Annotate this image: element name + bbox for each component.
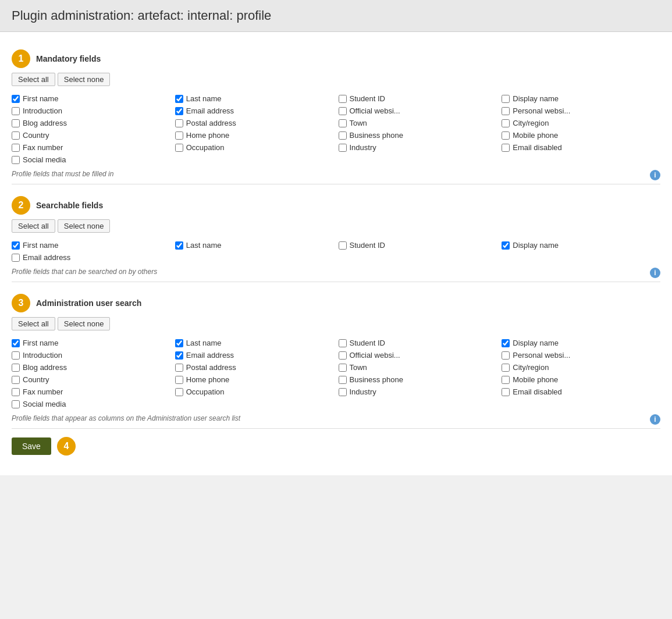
list-item: Fax number	[12, 143, 170, 152]
section1-field-13-label: Home phone	[186, 131, 229, 140]
section3-field-3-checkbox[interactable]	[502, 339, 510, 347]
section3-field-15-checkbox[interactable]	[502, 376, 510, 384]
section-mandatory: 1 Mandatory fields Select all Select non…	[12, 44, 660, 178]
list-item: Country	[12, 131, 170, 140]
section1-field-9-checkbox[interactable]	[175, 119, 183, 127]
section3-note: Profile fields that appear as columns on…	[12, 414, 660, 422]
section1-field-0-checkbox[interactable]	[12, 95, 20, 103]
section2-select-all[interactable]: Select all	[12, 219, 55, 233]
section1-field-17-checkbox[interactable]	[175, 144, 183, 152]
section1-field-19-checkbox[interactable]	[502, 144, 510, 152]
section1-field-3-label: Display name	[513, 94, 559, 103]
section1-field-20-checkbox[interactable]	[12, 156, 20, 164]
section1-field-7-checkbox[interactable]	[502, 107, 510, 115]
list-item: Last name	[175, 241, 334, 250]
section3-field-9-checkbox[interactable]	[175, 364, 183, 372]
section3-info-icon[interactable]: i	[650, 414, 660, 425]
list-item: Display name	[502, 339, 660, 347]
list-item: Official websi...	[339, 351, 497, 360]
section2-select-none[interactable]: Select none	[58, 219, 111, 233]
section1-field-13-checkbox[interactable]	[175, 131, 183, 140]
section3-field-20-checkbox[interactable]	[12, 400, 20, 408]
section3-field-19-checkbox[interactable]	[502, 388, 510, 396]
section1-field-15-label: Mobile phone	[513, 131, 558, 140]
section2-info-icon[interactable]: i	[650, 268, 660, 278]
section1-field-6-checkbox[interactable]	[339, 107, 347, 115]
section3-field-0-checkbox[interactable]	[12, 339, 20, 347]
section1-field-15-checkbox[interactable]	[502, 131, 510, 140]
section1-field-10-checkbox[interactable]	[339, 119, 347, 127]
section3-field-19-label: Email disabled	[513, 387, 562, 396]
section2-field-3-checkbox[interactable]	[502, 241, 510, 250]
section1-field-1-checkbox[interactable]	[175, 95, 183, 103]
section2-field-2-checkbox[interactable]	[339, 241, 347, 250]
list-item: Mobile phone	[502, 131, 660, 140]
section2-field-1-checkbox[interactable]	[175, 241, 183, 250]
section3-field-4-checkbox[interactable]	[12, 351, 20, 360]
section1-field-14-checkbox[interactable]	[339, 131, 347, 140]
section1-field-6-label: Official websi...	[350, 106, 400, 115]
list-item: Email disabled	[502, 387, 660, 396]
section3-field-8-checkbox[interactable]	[12, 364, 20, 372]
section1-field-8-checkbox[interactable]	[12, 119, 20, 127]
section3-field-11-checkbox[interactable]	[502, 364, 510, 372]
section3-select-none[interactable]: Select none	[58, 317, 111, 330]
section3-field-16-checkbox[interactable]	[12, 388, 20, 396]
section1-field-12-checkbox[interactable]	[12, 131, 20, 140]
page-header: Plugin administration: artefact: interna…	[0, 0, 672, 32]
section2-field-4-checkbox[interactable]	[12, 254, 20, 262]
section3-field-7-checkbox[interactable]	[502, 351, 510, 360]
section1-select-none[interactable]: Select none	[58, 73, 111, 86]
section3-field-12-checkbox[interactable]	[12, 376, 20, 384]
divider2	[12, 282, 660, 282]
section3-field-12-label: Country	[23, 375, 49, 384]
section3-field-3-label: Display name	[513, 339, 559, 347]
list-item: Email address	[12, 253, 170, 262]
divider1	[12, 184, 660, 184]
section3-field-13-checkbox[interactable]	[175, 376, 183, 384]
list-item: Display name	[502, 94, 660, 103]
section1-info-icon[interactable]: i	[650, 170, 660, 180]
list-item: Town	[339, 363, 497, 372]
section3-select-all[interactable]: Select all	[12, 317, 55, 330]
list-item: Fax number	[12, 387, 170, 396]
section1-field-14-label: Business phone	[350, 131, 404, 140]
section2-field-0-checkbox[interactable]	[12, 241, 20, 250]
section1-header: 1 Mandatory fields	[12, 44, 660, 68]
section1-select-all[interactable]: Select all	[12, 73, 55, 86]
section2-field-2-label: Student ID	[350, 241, 385, 250]
save-button[interactable]: Save	[12, 437, 51, 455]
section2-note: Profile fields that can be searched on b…	[12, 268, 660, 276]
list-item: Business phone	[339, 375, 497, 384]
section1-field-18-checkbox[interactable]	[339, 144, 347, 152]
section1-field-4-checkbox[interactable]	[12, 107, 20, 115]
section3-field-17-checkbox[interactable]	[175, 388, 183, 396]
list-item: Business phone	[339, 131, 497, 140]
section2-field-0-label: First name	[23, 241, 58, 250]
section1-badge: 1	[12, 49, 30, 68]
section3-field-7-label: Personal websi...	[513, 351, 570, 360]
section3-field-5-checkbox[interactable]	[175, 351, 183, 360]
section2-fields: First nameLast nameStudent IDDisplay nam…	[12, 241, 660, 262]
page-title: Plugin administration: artefact: interna…	[12, 8, 660, 23]
list-item: First name	[12, 94, 170, 103]
section3-field-2-checkbox[interactable]	[339, 339, 347, 347]
section3-field-10-checkbox[interactable]	[339, 364, 347, 372]
section3-field-9-label: Postal address	[186, 363, 236, 372]
section1-field-5-checkbox[interactable]	[175, 107, 183, 115]
section1-field-3-checkbox[interactable]	[502, 95, 510, 103]
section1-field-2-checkbox[interactable]	[339, 95, 347, 103]
section3-field-18-checkbox[interactable]	[339, 388, 347, 396]
section2-badge: 2	[12, 196, 30, 215]
section3-field-6-checkbox[interactable]	[339, 351, 347, 360]
list-item: Blog address	[12, 363, 170, 372]
list-item: Personal websi...	[502, 106, 660, 115]
page-wrapper: Plugin administration: artefact: interna…	[0, 0, 672, 475]
section1-field-16-checkbox[interactable]	[12, 144, 20, 152]
section1-field-11-label: City/region	[513, 119, 549, 127]
section3-title: Administration user search	[36, 298, 141, 308]
section3-field-1-checkbox[interactable]	[175, 339, 183, 347]
section3-field-14-checkbox[interactable]	[339, 376, 347, 384]
section1-field-11-checkbox[interactable]	[502, 119, 510, 127]
list-item: Social media	[12, 400, 170, 408]
